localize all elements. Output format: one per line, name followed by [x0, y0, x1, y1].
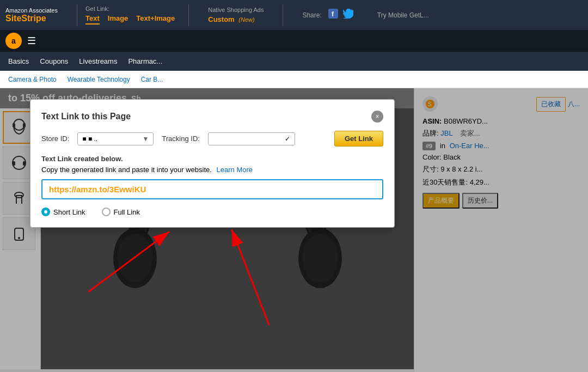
nav-livestreams[interactable]: Livestreams	[79, 57, 117, 65]
form-row: Store ID: ■ ■ .. ▼ Tracking ID: ✓ Get Li…	[41, 131, 383, 147]
get-link-section: Get Link: Text Image Text+Image	[85, 5, 175, 25]
short-link-label: Short Link	[53, 208, 85, 216]
cat-nav: Camera & Photo Wearable Technology Car B…	[0, 71, 588, 88]
main-content: to 15% off auto-deliveries Sh...	[0, 88, 588, 372]
nav-basics[interactable]: Basics	[8, 57, 29, 65]
modal-header: Text Link to this Page ×	[41, 111, 383, 123]
cat-camera-photo[interactable]: Camera & Photo	[8, 76, 57, 83]
modal-overlay: Text Link to this Page × Store ID: ■ ■ .…	[0, 88, 588, 372]
tab-image[interactable]: Image	[108, 14, 128, 25]
tracking-id-select[interactable]: ✓	[208, 132, 295, 145]
sitestripe-brand: Amazon Associates SiteStripe	[5, 7, 58, 23]
tab-text-image[interactable]: Text+Image	[136, 14, 175, 25]
native-ads-section: Native Shopping Ads Custom (New)	[208, 7, 264, 23]
try-mobile-label: Try Mobile GetL...	[377, 11, 429, 19]
short-link-option[interactable]: Short Link	[41, 208, 85, 216]
full-link-radio[interactable]	[102, 208, 111, 216]
modal-close-button[interactable]: ×	[371, 111, 383, 123]
divider3	[283, 4, 283, 26]
url-input[interactable]	[49, 185, 376, 194]
get-link-label: Get Link:	[85, 5, 175, 12]
modal-dialog: Text Link to this Page × Store ID: ■ ■ .…	[30, 99, 395, 228]
nav-pharma[interactable]: Pharmac...	[128, 57, 162, 65]
tracking-id-label: Tracking ID:	[162, 135, 200, 143]
full-link-option[interactable]: Full Link	[102, 208, 140, 216]
amazon-nav: a ☰	[0, 30, 588, 52]
description-copy: Copy the generated link and paste it int…	[41, 166, 383, 174]
amazon-associates-label: Amazon Associates	[5, 7, 58, 14]
store-id-value: ■ ■ ..	[82, 135, 97, 143]
description-copy-text: Copy the generated link and paste it int…	[41, 166, 212, 174]
native-ads-label: Native Shopping Ads	[208, 7, 264, 13]
description-strong-text: Text Link created below.	[41, 155, 123, 163]
get-link-button[interactable]: Get Link	[334, 131, 383, 147]
store-id-label: Store ID:	[41, 135, 69, 143]
new-badge: (New)	[238, 16, 254, 23]
sitestripe-name: SiteStripe	[5, 14, 58, 23]
tracking-checkmark: ✓	[285, 135, 290, 143]
facebook-icon[interactable]: f	[328, 9, 338, 21]
get-link-tabs: Text Image Text+Image	[85, 14, 175, 25]
url-input-wrapper[interactable]	[41, 179, 383, 199]
divider	[77, 4, 77, 26]
sitestripe-bar: Amazon Associates SiteStripe Get Link: T…	[0, 0, 588, 30]
twitter-icon[interactable]	[342, 9, 353, 21]
store-id-select[interactable]: ■ ■ .. ▼	[77, 132, 154, 145]
amazon-logo: a	[5, 33, 22, 49]
cat-wearable-tech[interactable]: Wearable Technology	[68, 76, 130, 83]
full-link-label: Full Link	[114, 208, 140, 216]
hamburger-menu[interactable]: ☰	[27, 35, 36, 47]
share-section: Share: f	[302, 9, 355, 21]
tab-text[interactable]: Text	[85, 14, 100, 25]
cat-car[interactable]: Car B...	[141, 76, 163, 83]
store-id-arrow: ▼	[142, 135, 149, 143]
radio-row: Short Link Full Link	[41, 208, 383, 216]
share-label: Share:	[302, 11, 321, 19]
custom-link[interactable]: Custom	[208, 15, 234, 23]
divider2	[188, 4, 189, 26]
description-bold: Text Link created below.	[41, 155, 383, 163]
secondary-nav: Basics Coupons Livestreams Pharmac...	[0, 52, 588, 71]
modal-title: Text Link to this Page	[41, 112, 131, 121]
short-link-radio[interactable]	[41, 208, 50, 216]
nav-coupons[interactable]: Coupons	[40, 57, 68, 65]
learn-more-link[interactable]: Learn More	[217, 166, 253, 174]
